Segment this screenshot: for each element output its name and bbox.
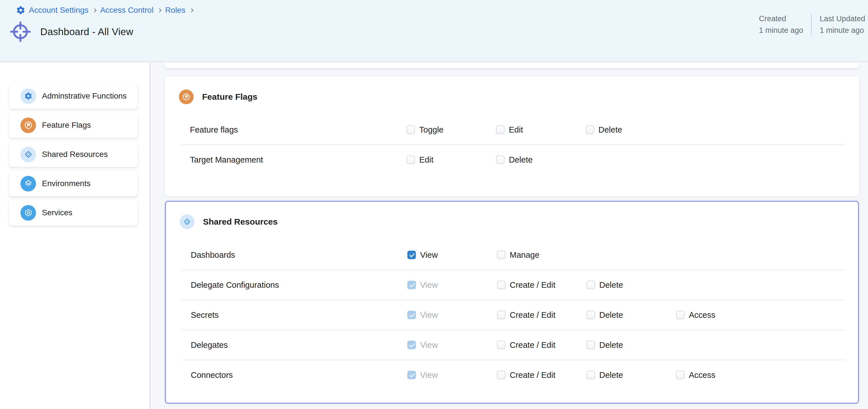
perm-view: View (407, 250, 497, 260)
perm-delete: Delete (586, 125, 675, 135)
perm-label: Delete (598, 125, 622, 135)
breadcrumb-access-control[interactable]: Access Control (100, 5, 153, 15)
perm-create-edit: Create / Edit (497, 280, 587, 290)
perm-access: Access (676, 371, 766, 380)
perm-label: Create / Edit (510, 340, 555, 350)
perm-label: Manage (510, 250, 539, 260)
perm-label: View (420, 371, 438, 380)
created-label: Created (759, 13, 803, 25)
sidebar-item-environments[interactable]: Environments (9, 171, 138, 196)
breadcrumb-roles[interactable]: Roles (165, 5, 185, 15)
checkbox-create-edit[interactable] (497, 281, 505, 289)
checkbox-view (407, 281, 416, 289)
sidebar-item-administrative-functions[interactable]: Adminstrative Functions (9, 83, 138, 109)
perm-label: Edit (419, 155, 433, 165)
breadcrumb-account-settings[interactable]: Account Settings (29, 5, 88, 15)
resource-label: Feature flags (190, 125, 406, 135)
perm-label: Delete (509, 155, 533, 165)
perm-label: Edit (509, 125, 523, 135)
perm-label: Access (689, 310, 715, 320)
perm-label: View (420, 280, 438, 290)
checkbox-access[interactable] (676, 371, 685, 379)
checkbox-delete[interactable] (587, 371, 595, 379)
sidebar-item-shared-resources[interactable]: Shared Resources (9, 142, 138, 167)
perm-delete: Delete (587, 280, 676, 290)
perm-view: View (407, 340, 497, 350)
perm-toggle: Toggle (406, 125, 496, 135)
perm-create-edit: Create / Edit (497, 371, 587, 380)
perm-edit: Edit (406, 155, 496, 165)
perm-label: Toggle (419, 125, 443, 135)
sidebar-item-feature-flags[interactable]: Feature Flags (9, 112, 138, 138)
resource-label: Connectors (191, 371, 407, 380)
meta-divider (811, 13, 812, 36)
checkbox-create-edit[interactable] (497, 341, 505, 349)
sidebar-item-services[interactable]: Services (9, 200, 138, 226)
created-value: 1 minute ago (759, 25, 803, 36)
checkbox-edit[interactable] (496, 126, 504, 134)
perm-create-edit: Create / Edit (497, 310, 587, 320)
chevron-right-icon (189, 8, 194, 12)
checkbox-manage[interactable] (497, 251, 505, 259)
perm-label: Delete (599, 371, 623, 380)
diamond-icon (21, 147, 36, 162)
checkbox-delete[interactable] (587, 341, 595, 349)
checkbox-delete[interactable] (586, 126, 594, 134)
last-updated-value: 1 minute ago (819, 25, 865, 36)
role-meta: Created 1 minute ago Last Updated 1 minu… (759, 13, 865, 36)
section-title: Feature Flags (202, 92, 257, 102)
permission-row-connectors: Connectors View Create / Edit Delete Acc… (166, 360, 858, 390)
perm-label: View (420, 340, 438, 350)
sidebar-item-label: Services (42, 208, 72, 217)
permission-row-delegate-configurations: Delegate Configurations View Create / Ed… (166, 270, 858, 300)
checkbox-delete[interactable] (587, 311, 595, 319)
page-header: Account Settings Access Control Roles Da… (0, 0, 868, 62)
sidebar-item-label: Shared Resources (42, 150, 108, 159)
flag-icon (179, 90, 194, 104)
permission-row-feature-flags: Feature flags Toggle Edit Delete (165, 115, 859, 144)
checkbox-view (407, 341, 416, 349)
perm-label: Create / Edit (510, 310, 555, 320)
resource-label: Delegate Configurations (191, 280, 407, 290)
layers-icon (21, 176, 36, 192)
perm-label: Create / Edit (510, 371, 555, 380)
page-title: Dashboard - All View (40, 26, 133, 37)
permission-row-delegates: Delegates View Create / Edit Delete (166, 330, 858, 360)
section-title: Shared Resources (203, 217, 278, 227)
sidebar-item-label: Adminstrative Functions (42, 92, 127, 101)
resource-label: Delegates (191, 340, 407, 350)
last-updated-block: Last Updated 1 minute ago (819, 13, 865, 36)
checkbox-edit[interactable] (406, 156, 415, 164)
chevron-right-icon (92, 8, 97, 12)
perm-label: Create / Edit (510, 280, 555, 290)
checkbox-delete[interactable] (587, 281, 595, 289)
perm-create-edit: Create / Edit (497, 340, 587, 350)
checkbox-create-edit[interactable] (497, 311, 505, 319)
perm-label: Access (689, 371, 715, 380)
checkbox-view[interactable] (407, 251, 416, 259)
resource-label: Secrets (191, 310, 407, 320)
role-target-icon (10, 22, 31, 42)
permission-row-secrets: Secrets View Create / Edit Delete Access (166, 300, 858, 330)
perm-delete: Delete (587, 310, 676, 320)
resource-group-sidebar: Adminstrative Functions Feature Flags Sh… (0, 63, 150, 409)
checkbox-create-edit[interactable] (497, 371, 505, 379)
last-updated-label: Last Updated (819, 13, 865, 25)
section-shared-resources: Shared Resources Dashboards View Manage … (165, 201, 859, 404)
perm-manage: Manage (497, 250, 587, 260)
previous-section-card-edge (165, 63, 859, 68)
perm-access: Access (676, 310, 766, 320)
resource-label: Target Management (190, 155, 406, 165)
sidebar-item-label: Feature Flags (42, 121, 91, 130)
permissions-panel: Feature Flags Feature flags Toggle Edit … (151, 63, 868, 409)
diamond-icon (180, 214, 194, 229)
permission-row-dashboards: Dashboards View Manage (166, 240, 858, 270)
perm-view: View (407, 280, 497, 290)
permission-row-target-management: Target Management Edit Delete (165, 145, 859, 174)
checkbox-view (407, 311, 416, 319)
checkbox-delete[interactable] (496, 156, 504, 164)
checkbox-access[interactable] (676, 311, 685, 319)
perm-view: View (407, 371, 497, 380)
checkbox-toggle[interactable] (406, 126, 415, 134)
section-feature-flags: Feature Flags Feature flags Toggle Edit … (165, 76, 859, 196)
